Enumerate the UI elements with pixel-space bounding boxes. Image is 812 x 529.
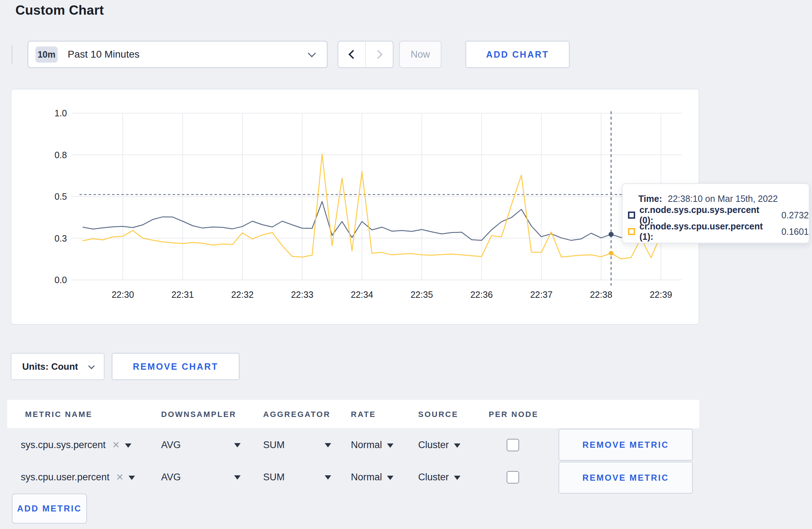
- remove-chart-button[interactable]: REMOVE CHART: [112, 353, 240, 380]
- series-swatch-sys-icon: [628, 212, 635, 219]
- tooltip-series-sys-value: 0.2732: [782, 210, 809, 220]
- tooltip-time-value: 22:38:10 on Mar 15th, 2022: [668, 194, 778, 204]
- y-tick-label: 0.5: [54, 191, 67, 202]
- units-dropdown[interactable]: Units: Count: [11, 353, 105, 380]
- rate-select[interactable]: Normal: [351, 440, 393, 451]
- col-header-rate: RATE: [351, 410, 376, 419]
- dropdown-arrow-icon[interactable]: [125, 443, 131, 448]
- chart-card: 0.00.30.50.81.022:3022:3122:3222:3322:34…: [11, 89, 699, 325]
- dropdown-arrow-icon[interactable]: [325, 443, 331, 447]
- add-chart-button[interactable]: ADD CHART: [465, 41, 570, 68]
- chart-svg[interactable]: 0.00.30.50.81.022:3022:3122:3222:3322:34…: [11, 89, 700, 325]
- dropdown-arrow-icon: [387, 476, 393, 480]
- col-header-aggregator: AGGREGATOR: [263, 410, 330, 419]
- rate-select[interactable]: Normal: [351, 472, 393, 483]
- x-tick-label: 22:34: [351, 290, 373, 300]
- chevron-left-icon: [348, 50, 357, 59]
- x-tick-label: 22:38: [590, 290, 613, 300]
- x-tick-label: 22:32: [231, 290, 254, 300]
- x-tick-label: 22:35: [411, 290, 433, 300]
- source-select[interactable]: Cluster: [418, 472, 460, 483]
- x-tick-label: 22:31: [171, 290, 194, 300]
- chevron-down-icon: [88, 363, 95, 369]
- dropdown-arrow-icon: [387, 443, 393, 448]
- dropdown-arrow-icon[interactable]: [325, 475, 331, 480]
- x-tick-label: 22:37: [530, 290, 553, 300]
- chevron-right-icon: [373, 50, 382, 59]
- units-label: Units: Count: [22, 361, 78, 372]
- toolbar-divider: [11, 45, 13, 64]
- page-title: Custom Chart: [15, 3, 104, 18]
- time-prev-button[interactable]: [338, 41, 366, 68]
- tooltip-time-label: Time:: [638, 194, 662, 204]
- dropdown-arrow-icon: [454, 476, 460, 480]
- aggregator-select[interactable]: SUM: [263, 472, 285, 483]
- clear-metric-icon[interactable]: ✕: [116, 472, 124, 482]
- chevron-down-icon: [308, 49, 316, 58]
- dropdown-arrow-icon[interactable]: [234, 443, 241, 447]
- y-tick-label: 1.0: [54, 108, 67, 118]
- tooltip-series-user-value: 0.1601: [782, 227, 809, 237]
- y-tick-label: 0.3: [54, 233, 67, 243]
- series-line-user: [83, 154, 661, 259]
- source-select[interactable]: Cluster: [418, 440, 460, 451]
- add-metric-button[interactable]: ADD METRIC: [12, 494, 87, 524]
- remove-metric-button[interactable]: REMOVE METRIC: [559, 462, 693, 494]
- time-window-label: Past 10 Minutes: [68, 49, 140, 60]
- x-tick-label: 22:30: [112, 290, 134, 300]
- now-button[interactable]: Now: [399, 41, 441, 68]
- dropdown-arrow-icon[interactable]: [234, 475, 241, 480]
- col-header-metric-name: METRIC NAME: [25, 410, 92, 419]
- aggregator-select[interactable]: SUM: [263, 440, 285, 451]
- per-node-checkbox[interactable]: [507, 439, 519, 451]
- series-line-sys: [83, 202, 661, 241]
- y-tick-label: 0.0: [54, 275, 67, 285]
- series-swatch-user-icon: [628, 228, 635, 235]
- time-window-badge: 10m: [35, 47, 58, 63]
- col-header-per-node: PER NODE: [489, 410, 538, 419]
- dropdown-arrow-icon[interactable]: [129, 476, 135, 480]
- col-header-downsampler: DOWNSAMPLER: [161, 410, 236, 419]
- chart-hover-tooltip: Time: 22:38:10 on Mar 15th, 2022 cr.node…: [622, 183, 809, 243]
- dropdown-arrow-icon: [454, 443, 460, 448]
- y-tick-label: 0.8: [54, 150, 67, 160]
- crosshair-dot-user: [609, 251, 613, 256]
- crosshair-dot-sys: [609, 232, 614, 237]
- time-range-dropdown[interactable]: 10m Past 10 Minutes: [28, 41, 328, 68]
- remove-metric-button[interactable]: REMOVE METRIC: [559, 429, 693, 461]
- per-node-checkbox[interactable]: [507, 471, 519, 484]
- x-tick-label: 22:33: [291, 290, 314, 300]
- metric-name-dropdown[interactable]: sys.cpu.user.percent✕: [21, 472, 135, 483]
- x-tick-label: 22:39: [650, 290, 672, 300]
- col-header-source: SOURCE: [418, 410, 458, 419]
- downsampler-select[interactable]: AVG: [161, 472, 181, 483]
- downsampler-select[interactable]: AVG: [161, 440, 181, 451]
- x-tick-label: 22:36: [470, 290, 493, 300]
- clear-metric-icon[interactable]: ✕: [112, 440, 120, 450]
- tooltip-series-user-label: cr.node.sys.cpu.user.percent (1):: [639, 221, 776, 242]
- metric-name-dropdown[interactable]: sys.cpu.sys.percent✕: [21, 440, 131, 451]
- time-next-button[interactable]: [365, 41, 393, 68]
